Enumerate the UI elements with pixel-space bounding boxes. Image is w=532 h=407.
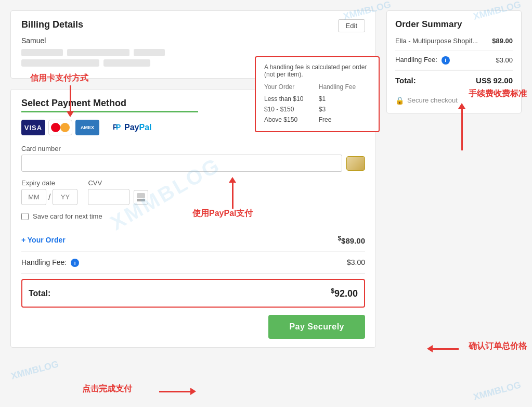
payment-underline bbox=[21, 111, 198, 112]
order-summary-handling-value: $3.00 bbox=[496, 56, 513, 64]
svg-rect-2 bbox=[137, 193, 145, 198]
cvv-group: CVV bbox=[88, 179, 148, 205]
annotation-pay-click: 点击完成支付 bbox=[82, 384, 132, 395]
save-card-checkbox[interactable] bbox=[21, 213, 29, 220]
lock-icon: 🔒 bbox=[395, 96, 404, 105]
svg-rect-3 bbox=[137, 199, 145, 201]
cvv-info-icon[interactable] bbox=[134, 190, 148, 205]
handling-fee-table-row: $10 - $150$3 bbox=[264, 104, 370, 115]
your-order-value: $$89.00 bbox=[338, 235, 365, 245]
card-chip-icon bbox=[346, 156, 365, 171]
card-number-group: Card number bbox=[21, 145, 365, 172]
paypal-logo[interactable]: P P PayPal bbox=[113, 122, 151, 134]
handling-fee-value: $3.00 bbox=[347, 258, 365, 266]
order-summary-handling-label: Handling Fee: i bbox=[395, 56, 450, 65]
card-number-label: Card number bbox=[21, 145, 365, 152]
svg-text:P: P bbox=[116, 123, 121, 131]
your-order-label[interactable]: + Your Order bbox=[21, 236, 66, 244]
order-summary-item-label: Ella - Multipurpose Shopif... bbox=[395, 37, 478, 45]
handling-fee-cell: $1 bbox=[319, 94, 370, 104]
order-summary-handling-row: Handling Fee: i $3.00 bbox=[395, 56, 513, 65]
order-summary-handling-info-icon[interactable]: i bbox=[442, 56, 450, 65]
col-handling-fee: Handling Fee bbox=[319, 83, 370, 94]
handling-fee-label: Handling Fee: i bbox=[21, 258, 79, 268]
handling-fee-table-row: Above $150Free bbox=[264, 115, 370, 125]
expiry-label: Expiry date bbox=[21, 179, 77, 187]
cvv-input[interactable] bbox=[88, 189, 129, 205]
billing-title: Billing Details bbox=[21, 19, 83, 30]
card-number-input[interactable] bbox=[21, 155, 342, 172]
save-card-label: Save card for next time bbox=[33, 212, 102, 220]
order-summary-title: Order Summary bbox=[395, 19, 513, 30]
your-order-row: + Your Order $$89.00 bbox=[21, 228, 365, 252]
handling-fee-cell: Free bbox=[319, 115, 370, 125]
handling-fee-table-row: Less than $10$1 bbox=[264, 94, 370, 104]
pay-securely-button[interactable]: Pay Securely bbox=[268, 315, 365, 339]
annotation-total-confirm: 确认订单总价格 bbox=[469, 341, 527, 352]
visa-icon[interactable]: VISA bbox=[21, 120, 45, 135]
order-summary-item-value: $89.00 bbox=[492, 37, 513, 45]
billing-name: Samuel bbox=[21, 36, 365, 45]
handling-fee-popup: A handling fee is calculated per order (… bbox=[255, 56, 380, 132]
order-summary-total-row: Total: US$ 92.00 bbox=[395, 70, 513, 90]
expiry-mm-input[interactable] bbox=[21, 189, 46, 205]
annotation-credit-card: 信用卡支付方式 bbox=[30, 73, 88, 84]
popup-note: A handling fee is calculated per order (… bbox=[264, 63, 370, 78]
mastercard-icon[interactable] bbox=[48, 120, 72, 135]
handling-fee-cell: $3 bbox=[319, 104, 370, 115]
handling-fee-info-icon[interactable]: i bbox=[71, 259, 79, 267]
amex-icon[interactable]: AMEX bbox=[75, 120, 99, 135]
annotation-paypal: 使用PayPal支付 bbox=[192, 208, 253, 219]
order-summary-total-label: Total: bbox=[395, 76, 416, 85]
cvv-label: CVV bbox=[88, 179, 148, 187]
secure-checkout-label: Secure checkout bbox=[407, 96, 458, 104]
handling-order-cell: Above $150 bbox=[264, 115, 319, 125]
order-summary-total-value: US$ 92.00 bbox=[476, 76, 513, 85]
total-row: Total: $92.00 bbox=[21, 279, 365, 308]
handling-order-cell: Less than $10 bbox=[264, 94, 319, 104]
handling-fee-table: Your Order Handling Fee Less than $10$1$… bbox=[264, 83, 370, 125]
expiry-cvv-row: Expiry date / CVV bbox=[21, 179, 365, 205]
expiry-group: Expiry date / bbox=[21, 179, 77, 205]
total-value: $92.00 bbox=[331, 287, 358, 299]
annotation-handling-fee: 手续费收费标准 bbox=[469, 88, 527, 99]
order-summary-item-row: Ella - Multipurpose Shopif... $89.00 bbox=[395, 37, 513, 45]
expiry-yy-input[interactable] bbox=[53, 189, 77, 205]
handling-fee-row: Handling Fee: i $3.00 bbox=[21, 252, 365, 274]
expiry-slash: / bbox=[48, 193, 50, 202]
total-label: Total: bbox=[29, 289, 50, 298]
handling-order-cell: $10 - $150 bbox=[264, 104, 319, 115]
order-summary-divider bbox=[395, 50, 513, 50]
col-your-order: Your Order bbox=[264, 83, 319, 94]
edit-button[interactable]: Edit bbox=[338, 19, 365, 32]
